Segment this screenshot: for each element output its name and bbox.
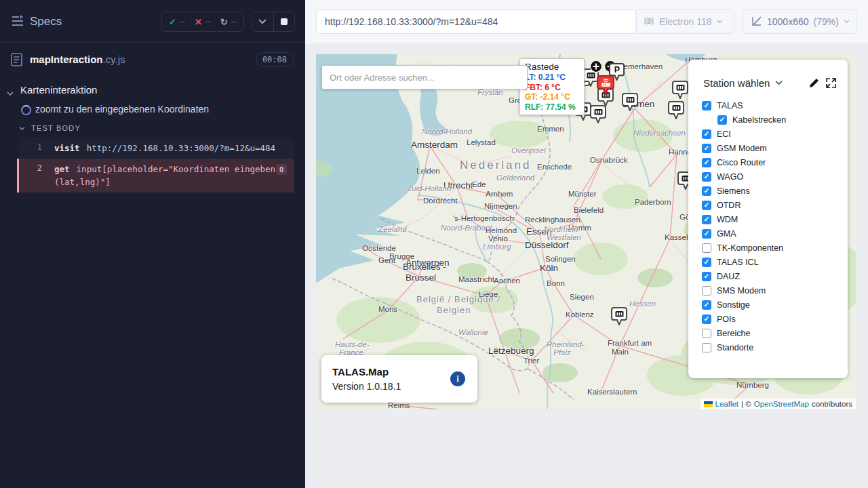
info-icon[interactable]: i	[450, 371, 465, 386]
test-zoomt-koordinaten[interactable]: zoomt zu den eingegebenen Koordinaten	[0, 104, 305, 117]
stat-passed: ✓--	[169, 17, 185, 27]
map-place-label: Zeeland	[378, 225, 407, 233]
checkbox-checked-icon[interactable]: ✓	[702, 258, 711, 267]
station-checkbox-sms-modem[interactable]: SMS Modem	[688, 283, 848, 298]
station-checkbox-standorte[interactable]: Standorte	[688, 340, 848, 354]
station-checkbox-label: ECI	[717, 129, 731, 139]
checkbox-checked-icon[interactable]: ✓	[702, 158, 711, 167]
station-marker-icon[interactable]	[611, 306, 628, 328]
leaflet-link[interactable]: Leaflet	[715, 400, 739, 408]
station-checkbox-kabelstrecken[interactable]: ✓Kabelstrecken	[688, 113, 848, 127]
command-text: getinput[placeholder="Koordinaten eingeb…	[54, 163, 278, 188]
station-checkbox-talas-icl[interactable]: ✓TALAS ICL	[688, 255, 848, 269]
checkbox-checked-icon[interactable]: ✓	[702, 215, 711, 224]
specs-menu-icon[interactable]	[11, 15, 24, 27]
map-place-label: Main	[612, 348, 629, 356]
map-place-label: Solingen	[545, 255, 576, 263]
collapse-button[interactable]	[252, 12, 273, 31]
station-marker-icon[interactable]	[672, 80, 689, 102]
checkbox-checked-icon[interactable]: ✓	[702, 201, 711, 210]
refresh-icon: ↻	[220, 17, 228, 27]
attribution-suffix: contributors	[812, 400, 852, 408]
checkbox-checked-icon[interactable]: ✓	[702, 314, 711, 324]
map-place-label: Brussel	[406, 272, 436, 283]
map-place-label: Frankfurt am	[608, 339, 652, 347]
checkbox-checked-icon[interactable]: ✓	[702, 144, 711, 153]
station-select-label[interactable]: Station wählen	[703, 77, 770, 89]
station-marker-icon[interactable]	[668, 100, 685, 122]
station-checkbox-siemens[interactable]: ✓Siemens	[688, 184, 848, 198]
station-panel-header: Station wählen	[688, 60, 848, 98]
station-checkbox-tk-komponenten[interactable]: TK-Komponenten	[688, 241, 848, 255]
map-place-label: Osnabrück	[590, 156, 628, 164]
spec-file[interactable]: mapInteraction.cy.js 00:08	[0, 52, 305, 72]
checkbox-checked-icon[interactable]: ✓	[702, 129, 711, 139]
map-place-label: 's-Hertogenbosch	[453, 214, 514, 222]
viewport-size: 1000x660	[767, 16, 809, 27]
checkbox-checked-icon[interactable]: ✓	[702, 229, 711, 239]
station-checkbox-label: GSM Modem	[717, 144, 767, 153]
checkbox-unchecked-icon[interactable]	[702, 343, 711, 352]
station-checkbox-cisco-router[interactable]: ✓Cisco Router	[688, 155, 848, 169]
command-log: 1visithttp://192.168.10.33:3000/?m=12&u=…	[19, 138, 294, 192]
station-checkbox-gma[interactable]: ✓GMA	[688, 226, 848, 241]
expand-icon[interactable]	[825, 77, 837, 89]
map-place-label: Paderborn	[635, 198, 671, 206]
map-place-label: Trier	[524, 357, 539, 365]
osm-link[interactable]: OpenStreetMap	[754, 400, 809, 408]
edit-icon[interactable]	[808, 77, 820, 89]
station-checkbox-sonstige[interactable]: ✓Sonstige	[688, 298, 848, 312]
station-checkbox-gsm-modem[interactable]: ✓GSM Modem	[688, 141, 848, 155]
command-row[interactable]: 2getinput[placeholder="Koordinaten einge…	[17, 159, 294, 192]
map-place-label: Gent	[378, 256, 395, 264]
station-checkbox-wdm[interactable]: ✓WDM	[688, 212, 848, 226]
checkbox-checked-icon[interactable]: ✓	[702, 186, 711, 196]
station-checkbox-label: TK-Komponenten	[717, 243, 783, 253]
checkbox-checked-icon[interactable]: ✓	[702, 272, 711, 281]
app: Specs ✓-- ✕-- ↻-- mapInteraction.cy.js	[0, 0, 868, 488]
map-place-label: Oostende	[362, 244, 396, 252]
viewport-select[interactable]: 1000x660 (79%)	[743, 9, 857, 34]
checkbox-unchecked-icon[interactable]	[702, 286, 711, 296]
station-marker-icon[interactable]	[622, 92, 639, 114]
map-place-label: Nederland	[460, 159, 531, 172]
checkbox-checked-icon[interactable]: ✓	[702, 101, 711, 110]
checkbox-checked-icon[interactable]: ✓	[702, 300, 711, 310]
station-checkbox-label: WDM	[717, 215, 738, 224]
stat-pending: ↻--	[220, 17, 237, 27]
map-search-input[interactable]	[321, 65, 528, 89]
station-checkbox-wago[interactable]: ✓WAGO	[688, 169, 848, 184]
checkbox-checked-icon[interactable]: ✓	[717, 115, 727, 125]
stop-button[interactable]	[273, 12, 295, 31]
command-row[interactable]: 1visithttp://192.168.10.33:3000/?m=12&u=…	[19, 138, 294, 159]
add-marker-icon[interactable]	[589, 60, 603, 76]
tooltip-row: GT: -2.14 °C	[525, 92, 579, 102]
map-place-label: Kaiserslautern	[587, 388, 637, 396]
map-place-label: Noord-Holland	[422, 127, 472, 136]
alarm-station-marker-icon[interactable]	[597, 75, 615, 98]
browser-select[interactable]: Electron 118	[635, 9, 734, 34]
station-checkbox-otdr[interactable]: ✓OTDR	[688, 198, 848, 212]
checkbox-unchecked-icon[interactable]	[702, 329, 711, 338]
map-canvas[interactable]: HamburgBremerhavenBremenNiedersachsenHan…	[316, 54, 856, 409]
checkbox-checked-icon[interactable]: ✓	[702, 172, 711, 182]
test-body-toggle[interactable]: TEST BODY	[0, 123, 305, 135]
station-marker-icon[interactable]	[590, 104, 607, 126]
station-checkbox-pois[interactable]: ✓POIs	[688, 312, 848, 326]
suite-karteninteraktion[interactable]: Karteninteraktion	[0, 84, 305, 99]
test-running-icon	[21, 105, 31, 115]
station-checkbox-label: Standorte	[717, 343, 753, 352]
chevron-down-icon	[717, 20, 723, 24]
station-checkbox-bereiche[interactable]: Bereiche	[688, 326, 848, 340]
chevron-down-icon[interactable]	[775, 81, 783, 85]
station-checkbox-dauz[interactable]: ✓DAUZ	[688, 269, 848, 283]
station-checkbox-eci[interactable]: ✓ECI	[688, 127, 848, 141]
station-checkbox-talas[interactable]: ✓TALAS	[688, 98, 848, 113]
map-place-label: Noord-Brabant	[441, 224, 492, 232]
map-place-label: Ede	[472, 180, 486, 188]
checkbox-unchecked-icon[interactable]	[702, 243, 711, 253]
chevron-down-icon	[7, 87, 14, 98]
browser-pane: Electron 118 1000x660 (79%)	[305, 0, 868, 488]
map-place-label: Maastricht	[458, 275, 494, 283]
url-input[interactable]	[316, 9, 637, 34]
